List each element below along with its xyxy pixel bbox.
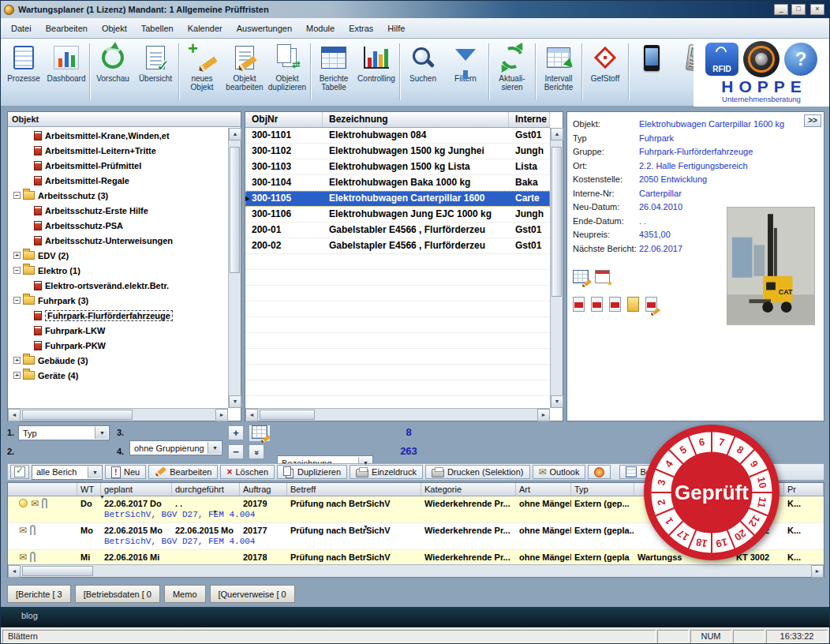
report-column-header[interactable]: WT — [77, 483, 101, 496]
tab-berichte[interactable]: [Berichte [ 3 — [7, 585, 71, 603]
toolbar-smartphone[interactable] — [630, 40, 673, 72]
tree-item[interactable]: Arbeitsschutz-Erste Hilfe — [9, 203, 228, 218]
camera-icon[interactable] — [743, 41, 780, 77]
toolbar-filtern[interactable]: Filtern — [444, 40, 487, 83]
report-column-header[interactable]: Kategorie — [421, 483, 516, 496]
menu-kalender[interactable]: Kalender — [181, 21, 230, 36]
tree-item[interactable]: −Arbeitsschutz (3) — [9, 188, 228, 203]
menu-tabellen[interactable]: Tabellen — [134, 21, 181, 36]
tree-item[interactable]: +Geräte (4) — [9, 368, 228, 383]
object-row[interactable]: 300-1106Elektrohubwagen Jung EJC 1000 kg… — [245, 207, 550, 223]
object-row[interactable]: 300-1103Elektrohubwagen 1500 kg ListaLis… — [245, 159, 550, 175]
menu-hilfe[interactable]: Hilfe — [380, 21, 412, 36]
report-column-header[interactable]: Pr — [784, 483, 824, 496]
toolbar-controlling[interactable]: Controlling — [355, 40, 398, 83]
table-horizontal-scrollbar[interactable]: ◄ ► — [245, 408, 550, 421]
delete-button[interactable]: ×Löschen — [220, 465, 275, 479]
maximize-button[interactable]: □ — [791, 4, 806, 15]
object-row[interactable]: 300-1104Elektrohubwagen Baka 1000 kgBaka — [245, 175, 550, 191]
help-icon[interactable]: ? — [784, 43, 817, 76]
tree-item[interactable]: Fuhrpark-LKW — [9, 323, 228, 338]
toolbar-prozesse[interactable]: Prozesse — [2, 40, 45, 83]
toolbar-berichte-tabelle[interactable]: Berichte Tabelle — [312, 40, 355, 92]
report-scope-combo[interactable]: alle Berich — [32, 465, 103, 480]
report-column-header[interactable]: Betreff — [287, 483, 421, 496]
column-header[interactable]: ObjNr — [245, 112, 323, 127]
tree-item[interactable]: Arbeitsmittel-Leitern+Tritte — [9, 143, 228, 158]
tree-item[interactable]: Arbeitsmittel-Prüfmittel — [9, 158, 228, 173]
toolbar-dashboard[interactable]: Dashboard — [45, 40, 88, 83]
scroll-left-icon[interactable]: ◄ — [245, 409, 258, 421]
calendar-icon[interactable] — [595, 270, 610, 283]
toolbar-intervall-berichte[interactable]: Intervall Berichte — [537, 40, 580, 92]
tree-item[interactable]: Arbeitsschutz-PSA — [9, 218, 228, 233]
tab-memo[interactable]: Memo — [164, 585, 206, 603]
scroll-left-icon[interactable]: ◄ — [8, 409, 21, 421]
tab-betriebsdaten[interactable]: [Betriebsdaten [ 0 — [75, 585, 160, 603]
scroll-thumb[interactable] — [230, 147, 240, 273]
object-row[interactable]: 200-01Gabelstabler E4566 , Flurförderzeu… — [245, 223, 550, 238]
scroll-left-icon[interactable]: ◄ — [8, 565, 21, 578]
edit-button[interactable]: Bearbeiten — [148, 465, 218, 479]
print-button[interactable]: Drucken (Selektion) — [425, 465, 530, 479]
mail-button[interactable]: ✉Outlook — [533, 465, 586, 479]
scroll-down-icon[interactable]: ▼ — [551, 395, 563, 408]
report-column-header[interactable]: durchgeführt — [172, 483, 240, 496]
scroll-down-icon[interactable]: ▼ — [229, 395, 241, 408]
menu-bearbeiten[interactable]: Bearbeiten — [39, 21, 95, 36]
toolbar-uebersicht[interactable]: Übersicht — [134, 40, 177, 83]
object-row[interactable]: 300-1102Elektrohubwagen 1500 kg JungheiJ… — [245, 144, 550, 159]
toolbar-objekt-duplizieren[interactable]: Objekt duplizieren — [266, 40, 308, 92]
tree-item[interactable]: +Gebäude (3) — [9, 353, 228, 368]
rfid-icon[interactable]: RFID — [705, 43, 738, 76]
scroll-right-icon[interactable]: ► — [811, 565, 824, 578]
scroll-thumb[interactable] — [22, 410, 133, 420]
menu-module[interactable]: Module — [299, 21, 342, 36]
report-column-header[interactable]: Typ — [571, 483, 634, 496]
group1-combo[interactable]: Typ — [18, 425, 110, 440]
collapse-icon[interactable]: − — [13, 297, 21, 304]
report-column-header[interactable]: Art — [516, 483, 571, 496]
expand-icon[interactable]: + — [13, 372, 21, 379]
toolbar-vorschau[interactable]: Vorschau — [92, 40, 134, 83]
menu-extras[interactable]: Extras — [342, 21, 380, 36]
toolbar-aktualisieren[interactable]: Aktuali- sieren — [491, 40, 533, 92]
grouping1-combo[interactable]: ohne Gruppierung — [129, 440, 222, 455]
scroll-right-icon[interactable]: ► — [537, 409, 550, 421]
tree-vertical-scrollbar[interactable]: ▲ ▼ — [228, 128, 241, 408]
collapse-filter-button[interactable]: » — [249, 444, 264, 459]
grouping-table-button[interactable] — [249, 425, 271, 442]
pdf-edit-icon[interactable] — [645, 297, 657, 312]
print-button[interactable]: Einzeldruck — [350, 465, 423, 479]
minimize-button[interactable]: _ — [774, 4, 788, 15]
new-doc-button[interactable]: Neu — [105, 465, 146, 479]
grid-check-button[interactable] — [10, 465, 29, 479]
toolbar-objekt-bearbeiten[interactable]: Objekt bearbeiten — [223, 40, 266, 92]
report-column-header[interactable]: geplant — [101, 483, 172, 496]
scroll-up-icon[interactable]: ▲ — [229, 128, 241, 140]
report-button[interactable] — [588, 465, 611, 479]
toolbar-suchen[interactable]: Suchen — [402, 40, 444, 83]
tree-item[interactable]: −Elektro (1) — [9, 263, 228, 278]
object-row[interactable]: 300-1101Elektrohubwagen 084Gst01 — [245, 128, 550, 144]
tree-item[interactable]: −Fuhrpark (3) — [9, 293, 228, 308]
column-header[interactable]: Bezeichnung — [323, 112, 509, 127]
pdf-icon[interactable] — [591, 297, 603, 312]
tree-item[interactable]: +EDV (2) — [9, 248, 228, 263]
toolbar-gefstoff[interactable]: GefStoff — [584, 40, 626, 83]
expand-icon[interactable]: + — [13, 252, 21, 259]
menu-datei[interactable]: Datei — [4, 21, 39, 36]
object-row[interactable]: 200-02Gabelstapler E4566 , Flurförderzeu… — [245, 238, 550, 254]
collapse-icon[interactable]: − — [13, 192, 21, 199]
tree-item[interactable]: Fuhrpark-PKW — [9, 338, 228, 353]
scroll-thumb[interactable] — [22, 566, 93, 576]
close-button[interactable]: × — [810, 4, 824, 15]
pdf-icon[interactable] — [573, 297, 585, 312]
tree-item[interactable]: Fuhrpark-Flurförderfahrzeuge — [9, 308, 228, 323]
scroll-thumb[interactable] — [260, 410, 315, 420]
expand-icon[interactable]: + — [13, 357, 21, 364]
expand-details-button[interactable]: >> — [804, 114, 821, 127]
remove-filter-button[interactable]: − — [228, 444, 244, 459]
scroll-up-icon[interactable]: ▲ — [551, 128, 563, 140]
tree-header[interactable]: Objekt — [8, 112, 241, 127]
